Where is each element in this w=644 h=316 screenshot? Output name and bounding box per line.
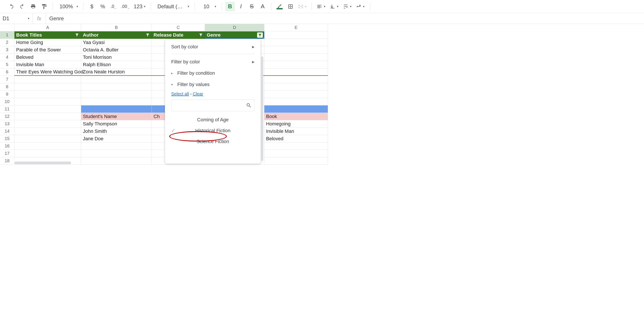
zoom-dropdown[interactable]: 100%▼ bbox=[56, 2, 80, 11]
cell[interactable] bbox=[81, 98, 152, 105]
cell[interactable] bbox=[264, 39, 328, 46]
filter-by-values-menuitem[interactable]: ▾Filter by values bbox=[165, 79, 260, 90]
format-percent-button[interactable]: % bbox=[98, 2, 108, 11]
strikethrough-button[interactable]: S bbox=[247, 2, 257, 11]
cell[interactable]: Beloved bbox=[14, 54, 81, 61]
text-color-button[interactable]: A bbox=[258, 2, 268, 11]
cell[interactable]: Homegoing bbox=[264, 120, 328, 128]
clear-link[interactable]: Clear bbox=[193, 91, 203, 96]
cell[interactable] bbox=[81, 150, 152, 157]
bold-button[interactable]: B bbox=[225, 2, 235, 11]
select-all-link[interactable]: Select all bbox=[171, 91, 189, 96]
cell[interactable]: Student's Name bbox=[81, 113, 152, 120]
cell[interactable]: Invisible Man bbox=[14, 61, 81, 68]
horizontal-align-button[interactable]: ▼ bbox=[315, 2, 327, 11]
header-cell[interactable]: Author bbox=[81, 31, 152, 39]
cell[interactable] bbox=[81, 143, 152, 150]
cell[interactable] bbox=[264, 76, 328, 83]
column-header-A[interactable]: A bbox=[14, 24, 81, 31]
filter-icon-active[interactable] bbox=[257, 32, 263, 38]
horizontal-scrollbar[interactable] bbox=[14, 161, 644, 164]
cell[interactable] bbox=[264, 68, 328, 75]
cell[interactable]: Sally Thompson bbox=[81, 120, 152, 128]
cell[interactable] bbox=[264, 61, 328, 68]
row-header[interactable]: 4 bbox=[0, 54, 14, 61]
cell[interactable]: Jane Doe bbox=[81, 135, 152, 143]
cell[interactable]: Yaa Gyasi bbox=[81, 39, 152, 46]
row-header[interactable]: 18 bbox=[0, 157, 14, 165]
cell[interactable] bbox=[14, 76, 81, 83]
cell[interactable] bbox=[14, 143, 81, 150]
filter-value-item[interactable]: Science Fiction bbox=[171, 136, 254, 147]
cell[interactable] bbox=[81, 83, 152, 91]
row-header[interactable]: 10 bbox=[0, 98, 14, 105]
cell[interactable]: Parable of the Sower bbox=[14, 46, 81, 54]
row-header[interactable]: 3 bbox=[0, 46, 14, 54]
row-header[interactable]: 11 bbox=[0, 105, 14, 113]
cell[interactable] bbox=[264, 54, 328, 61]
name-box[interactable]: D1▼ bbox=[0, 13, 33, 24]
row-header[interactable]: 2 bbox=[0, 39, 14, 46]
select-all-corner[interactable] bbox=[0, 24, 14, 31]
cell[interactable] bbox=[264, 83, 328, 91]
column-header-D[interactable]: D bbox=[205, 24, 264, 31]
print-button[interactable] bbox=[28, 2, 38, 11]
filter-search-input[interactable] bbox=[174, 103, 246, 108]
cell[interactable]: Zora Neale Hurston bbox=[81, 68, 152, 75]
cell[interactable] bbox=[14, 91, 81, 98]
text-rotation-button[interactable]: ▼ bbox=[354, 2, 366, 11]
merge-cells-button[interactable]: ▼ bbox=[296, 2, 308, 11]
paint-format-button[interactable] bbox=[39, 2, 49, 11]
filter-icon[interactable] bbox=[146, 33, 150, 38]
sort-by-color-menuitem[interactable]: Sort by color▶ bbox=[165, 41, 260, 52]
cell[interactable] bbox=[14, 98, 81, 105]
row-header[interactable]: 15 bbox=[0, 135, 14, 143]
cell[interactable] bbox=[264, 46, 328, 54]
cell[interactable] bbox=[264, 31, 328, 39]
filter-search-box[interactable] bbox=[171, 100, 254, 111]
row-header[interactable]: 14 bbox=[0, 128, 14, 135]
cell[interactable]: Their Eyes Were Watching God bbox=[14, 68, 81, 75]
filter-value-item-selected[interactable]: ✓Historical Fiction bbox=[171, 125, 254, 136]
cell[interactable] bbox=[81, 91, 152, 98]
cell[interactable] bbox=[14, 120, 81, 128]
cell[interactable] bbox=[14, 113, 81, 120]
cell[interactable] bbox=[81, 105, 152, 113]
cell[interactable] bbox=[14, 150, 81, 157]
vertical-align-button[interactable]: ▼ bbox=[328, 2, 340, 11]
column-header-C[interactable]: C bbox=[152, 24, 205, 31]
row-header[interactable]: 12 bbox=[0, 113, 14, 120]
cell[interactable] bbox=[264, 98, 328, 105]
decrease-decimal-button[interactable]: .0← bbox=[109, 2, 118, 11]
cell[interactable] bbox=[264, 150, 328, 157]
text-wrap-button[interactable]: ▼ bbox=[342, 2, 353, 11]
filter-by-color-menuitem[interactable]: Filter by color▶ bbox=[165, 56, 260, 67]
row-header[interactable]: 1 bbox=[0, 31, 14, 39]
row-header[interactable]: 13 bbox=[0, 120, 14, 128]
redo-button[interactable] bbox=[18, 2, 27, 11]
row-header[interactable]: 9 bbox=[0, 91, 14, 98]
row-header[interactable]: 16 bbox=[0, 143, 14, 150]
italic-button[interactable]: I bbox=[236, 2, 246, 11]
filter-icon[interactable] bbox=[75, 33, 79, 38]
cell[interactable]: Book bbox=[264, 113, 328, 120]
column-header-E[interactable]: E bbox=[264, 24, 328, 31]
cell[interactable] bbox=[14, 128, 81, 135]
font-dropdown[interactable]: Default (Ari...▼ bbox=[154, 2, 191, 11]
row-header[interactable]: 17 bbox=[0, 150, 14, 157]
cell[interactable] bbox=[81, 76, 152, 83]
format-currency-button[interactable]: $ bbox=[87, 2, 96, 11]
header-cell-selected[interactable]: Genre bbox=[205, 31, 264, 39]
cell[interactable] bbox=[264, 143, 328, 150]
cell[interactable] bbox=[14, 105, 81, 113]
cell[interactable] bbox=[264, 105, 328, 113]
cell[interactable] bbox=[14, 135, 81, 143]
font-size-dropdown[interactable]: 10▼ bbox=[198, 2, 218, 11]
filter-by-condition-menuitem[interactable]: ▸Filter by condition bbox=[165, 67, 260, 79]
cell[interactable] bbox=[14, 83, 81, 91]
filter-menu-scrollbar[interactable] bbox=[261, 56, 263, 161]
cell[interactable]: John Smith bbox=[81, 128, 152, 135]
undo-button[interactable] bbox=[6, 2, 16, 11]
fill-color-button[interactable] bbox=[275, 2, 284, 11]
filter-value-item[interactable]: Coming of Age bbox=[171, 114, 254, 125]
